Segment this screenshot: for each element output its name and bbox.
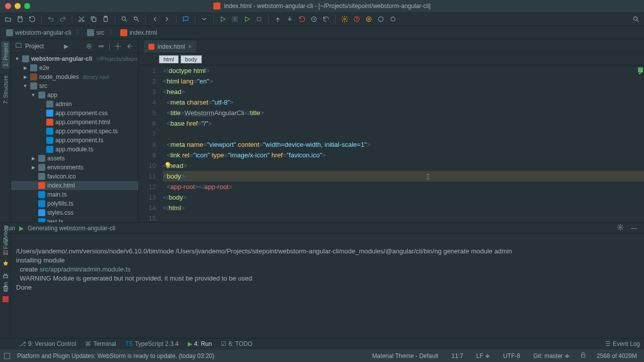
breadcrumb-tag-html[interactable]: html	[159, 55, 179, 63]
tree-item[interactable]: ▶environments	[11, 163, 138, 172]
favorites-tool-tab[interactable]: 2: Favorites	[3, 226, 9, 255]
svg-point-21	[619, 226, 621, 228]
vcs-revert-button[interactable]	[297, 14, 307, 24]
redo-button[interactable]	[58, 14, 68, 24]
play-icon: ▶	[19, 225, 24, 232]
intention-bulb-icon[interactable]: 💡	[164, 160, 172, 171]
tree-item[interactable]: admin	[11, 100, 138, 109]
tree-item[interactable]: test.ts	[11, 217, 138, 222]
structure-tool-tab[interactable]: 7: Structure	[2, 73, 10, 106]
tree-root[interactable]: ▼webstorm-angular-cli~/Projects/sitepo	[11, 54, 138, 63]
git-branch-status[interactable]: Git: master ≑	[530, 352, 573, 359]
lock-icon[interactable]	[580, 351, 587, 360]
status-message: Platform and Plugin Updates: WebStorm is…	[17, 352, 214, 359]
cut-button[interactable]	[76, 14, 87, 24]
replace-button[interactable]	[131, 14, 141, 24]
todo-tab[interactable]: ☑6: TODO	[221, 340, 253, 347]
back-button[interactable]	[150, 14, 160, 24]
save-button[interactable]	[15, 14, 25, 24]
encoding-status[interactable]: UTF-8	[500, 352, 523, 359]
tree-item[interactable]: ▶assets	[11, 154, 138, 163]
editor-tab-index-html[interactable]: index.html ×	[143, 40, 197, 53]
code-content[interactable]: <!doctype html> <html lang="en"> <head> …	[160, 65, 644, 222]
run-settings-button[interactable]	[617, 224, 624, 232]
event-log-tab[interactable]: ☰Event Log	[605, 340, 640, 347]
open-button[interactable]	[3, 14, 13, 24]
chat-button[interactable]	[181, 14, 191, 24]
vcs-commit-button[interactable]	[285, 14, 295, 24]
run-panel: Run ▶ Generating webstorm-angular-cli — …	[0, 222, 644, 338]
tree-item[interactable]: app.component.html	[11, 118, 138, 127]
copy-button[interactable]	[89, 14, 99, 24]
collapse-all-button[interactable]	[97, 42, 106, 51]
run-output[interactable]: /Users/jvandemo/.nvm/versions/node/v6.10…	[11, 234, 644, 338]
html-file-icon	[120, 29, 127, 36]
svg-rect-2	[93, 18, 96, 21]
tree-item[interactable]: index.html	[11, 181, 138, 190]
tree-item[interactable]: ▼app	[11, 90, 138, 100]
tree-item[interactable]: app.component.ts	[11, 136, 138, 145]
breadcrumb-file[interactable]: index.html	[117, 28, 160, 37]
hide-run-panel-button[interactable]: —	[631, 225, 637, 232]
left-tool-strip-bottom: 2: Favorites ★ npm	[0, 226, 11, 302]
code-editor[interactable]: ✓ 123456789101112131415 <!doctype html> …	[139, 65, 644, 222]
line-ending-status[interactable]: LF ≑	[473, 352, 493, 359]
tree-item[interactable]: main.ts	[11, 190, 138, 199]
svg-point-13	[368, 18, 370, 20]
panel-settings-button[interactable]	[113, 42, 122, 51]
ide-settings-button[interactable]	[364, 14, 374, 24]
vcs-rollback-button[interactable]	[321, 14, 331, 24]
find-button[interactable]	[119, 14, 129, 24]
tree-item[interactable]: ▼src	[11, 81, 138, 90]
refresh-button[interactable]	[27, 14, 37, 24]
tree-item[interactable]: favicon.ico	[11, 172, 138, 181]
material-button[interactable]	[376, 14, 386, 24]
coverage-button[interactable]	[242, 14, 252, 24]
debug-button[interactable]	[230, 14, 240, 24]
titlebar: index.html - webstorm-angular-cli - [~/P…	[0, 0, 644, 12]
close-tab-button[interactable]: ×	[188, 43, 192, 50]
hide-panel-button[interactable]	[125, 42, 134, 51]
run-panel-header: Run ▶ Generating webstorm-angular-cli —	[0, 223, 644, 234]
vcs-update-button[interactable]	[273, 14, 283, 24]
tree-item[interactable]: app.component.spec.ts	[11, 127, 138, 136]
svg-point-16	[633, 17, 637, 20]
tree-item[interactable]: styles.css	[11, 208, 138, 217]
svg-point-15	[391, 17, 395, 21]
tree-item[interactable]: polyfills.ts	[11, 199, 138, 208]
help-button[interactable]	[352, 14, 362, 24]
theme-status[interactable]: Material Theme - Default	[369, 352, 441, 359]
vcs-history-button[interactable]	[309, 14, 319, 24]
memory-indicator[interactable]: 2568 of 4029M	[594, 352, 640, 359]
project-tool-tab[interactable]: 1: Project	[2, 41, 10, 68]
tree-item[interactable]: ▶e2e	[11, 63, 138, 72]
run-button[interactable]	[218, 14, 228, 24]
settings-button[interactable]	[340, 14, 350, 24]
version-control-tab[interactable]: ⎇9: Version Control	[19, 340, 76, 347]
chevron-right-icon[interactable]: ▶	[64, 43, 68, 50]
project-tree[interactable]: ▼webstorm-angular-cli~/Projects/sitepo▶e…	[11, 53, 138, 222]
svg-rect-8	[258, 17, 261, 21]
tool-windows-button[interactable]	[4, 353, 10, 359]
breadcrumb-project[interactable]: webstorm-angular-cli	[3, 28, 74, 37]
forward-button[interactable]	[162, 14, 172, 24]
typescript-tab[interactable]: TSTypeScript 2.3.4	[125, 340, 179, 347]
terminal-tab[interactable]: ⌘Terminal	[85, 340, 116, 347]
tree-item[interactable]: app.module.ts	[11, 145, 138, 154]
search-everywhere-button[interactable]	[631, 14, 641, 24]
npm-tool-tab[interactable]: npm	[3, 282, 9, 292]
run-config-dropdown[interactable]	[199, 14, 209, 24]
scroll-from-source-button[interactable]	[85, 42, 94, 51]
undo-button[interactable]	[46, 14, 56, 24]
paste-button[interactable]	[101, 14, 111, 24]
chevron-right-icon: 〉	[109, 28, 115, 37]
breadcrumb-tag-body[interactable]: body	[181, 55, 202, 63]
stop-button[interactable]	[254, 14, 264, 24]
bottom-toolbar: ⎇9: Version Control ⌘Terminal TSTypeScri…	[0, 338, 644, 349]
panda-button[interactable]	[388, 14, 398, 24]
run-tab[interactable]: ▶4: Run	[188, 340, 212, 347]
project-icon	[15, 42, 22, 50]
tree-item[interactable]: app.component.css	[11, 109, 138, 118]
breadcrumb-src[interactable]: src	[84, 28, 107, 37]
tree-item[interactable]: ▶node_moduleslibrary root	[11, 72, 138, 81]
